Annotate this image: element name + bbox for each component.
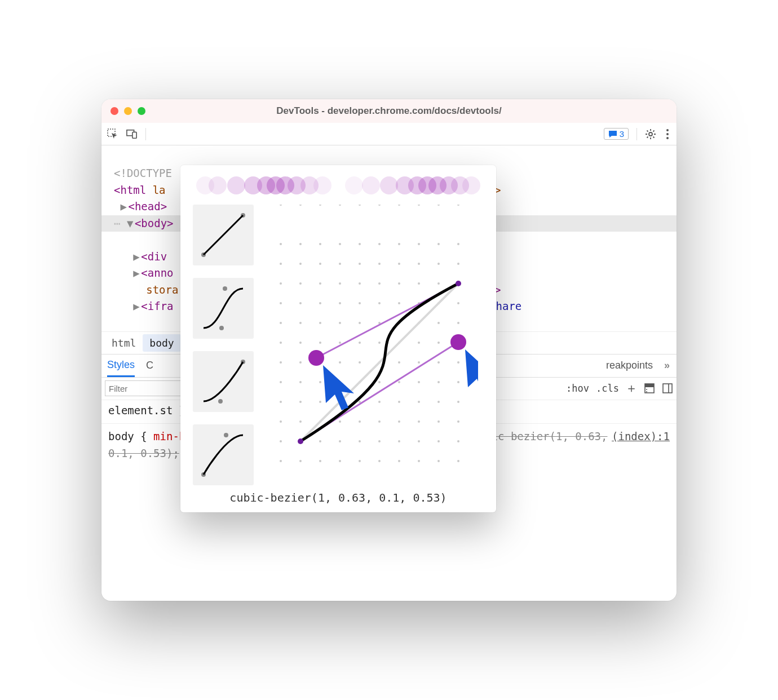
svg-point-29	[298, 438, 303, 444]
svg-rect-5	[645, 384, 654, 387]
cls-toggle[interactable]: .cls	[596, 383, 619, 394]
crumb-body[interactable]: body	[143, 334, 180, 352]
preset-ease-out[interactable]	[193, 424, 254, 485]
svg-point-13	[223, 286, 227, 291]
preset-linear[interactable]	[193, 205, 254, 265]
settings-gear-icon[interactable]	[645, 129, 656, 140]
svg-point-25	[418, 205, 420, 206]
svg-point-12	[219, 326, 224, 330]
body-selector: body {	[108, 430, 147, 442]
svg-point-6	[646, 389, 647, 390]
tab-computed[interactable]: C	[146, 360, 153, 371]
preview-track-out	[196, 176, 331, 198]
doctype-node: <!DOCTYPE	[114, 167, 172, 179]
head-tag[interactable]: <head>	[128, 200, 167, 212]
tab-styles[interactable]: Styles	[107, 355, 135, 377]
element-style-selector: element.st	[108, 404, 173, 417]
bezier-editor-popup: cubic-bezier(1, 0.63, 0.1, 0.53)	[180, 165, 496, 512]
devtools-window: DevTools - developer.chrome.com/docs/dev…	[101, 99, 677, 601]
titlebar: DevTools - developer.chrome.com/docs/dev…	[101, 99, 677, 123]
window-title: DevTools - developer.chrome.com/docs/dev…	[101, 105, 677, 117]
cursor-annotation-icon	[465, 349, 478, 395]
svg-line-28	[300, 283, 458, 441]
svg-point-27	[457, 205, 459, 206]
toolbar-separator	[145, 128, 146, 140]
feedback-count: 3	[620, 129, 624, 139]
bezier-handle-p1[interactable]	[450, 334, 466, 350]
svg-point-23	[378, 205, 381, 206]
svg-point-24	[398, 205, 400, 206]
svg-point-17	[224, 433, 228, 437]
device-toggle-icon[interactable]	[126, 129, 138, 140]
bezier-handle-p2[interactable]	[308, 350, 324, 366]
svg-point-18	[280, 205, 282, 206]
svg-point-7	[646, 391, 647, 392]
chat-icon	[608, 130, 617, 139]
bezier-presets	[193, 205, 254, 485]
crumb-html[interactable]: html	[105, 334, 143, 352]
svg-point-22	[359, 205, 361, 206]
main-panel: <!DOCTYPE <html la -dismissed> ▶<head> ⋯…	[101, 145, 677, 601]
svg-rect-2	[132, 132, 136, 138]
body-tag[interactable]: <body>	[135, 217, 174, 229]
bezier-value-label: cubic-bezier(1, 0.63, 0.1, 0.53)	[193, 485, 484, 504]
style-source-link[interactable]: (index):1	[612, 428, 670, 445]
new-style-rule-icon[interactable]: ＋	[626, 383, 637, 394]
hov-toggle[interactable]: :hov	[566, 383, 589, 394]
svg-point-21	[339, 205, 341, 206]
feedback-button[interactable]: 3	[604, 128, 629, 140]
svg-point-19	[299, 205, 302, 206]
toolbar-separator	[636, 128, 637, 140]
preview-track-in	[345, 176, 480, 198]
main-toolbar: 3	[101, 123, 677, 145]
preset-ease-in-out[interactable]	[193, 278, 254, 339]
computed-panel-icon[interactable]	[644, 383, 655, 394]
svg-point-30	[456, 281, 461, 286]
tab-breakpoints[interactable]: reakpoints	[606, 360, 653, 371]
preset-ease-in[interactable]	[193, 351, 254, 412]
more-menu-icon[interactable]	[664, 129, 671, 139]
select-element-icon[interactable]	[107, 129, 118, 140]
svg-point-14	[218, 399, 223, 404]
svg-point-20	[319, 205, 321, 206]
bezier-curve-editor[interactable]	[269, 205, 484, 485]
bezier-preview	[193, 176, 484, 205]
more-tabs-icon[interactable]: »	[664, 360, 671, 371]
html-tag: <html	[114, 184, 146, 196]
toggle-sidebar-icon[interactable]	[662, 383, 673, 394]
svg-point-3	[649, 132, 652, 136]
svg-point-26	[437, 205, 440, 206]
svg-rect-8	[663, 384, 672, 393]
